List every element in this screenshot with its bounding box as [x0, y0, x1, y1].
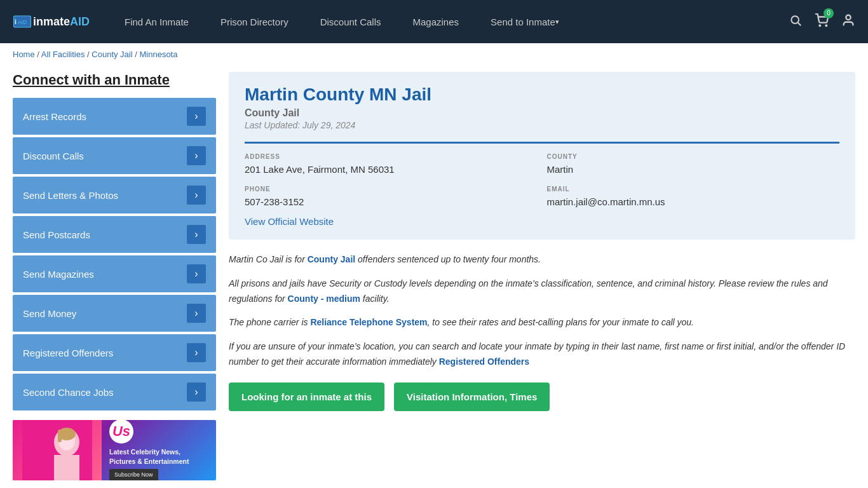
sidebar-discount-label: Discount Calls [23, 151, 84, 161]
header-icons: 0 [789, 13, 855, 30]
ad-headline: Latest Celebrity News, Pictures & Entert… [109, 447, 208, 466]
sidebar-second-chance-label: Second Chance Jobs [23, 387, 114, 398]
facility-info-grid: ADDRESS 201 Lake Ave, Fairmont, MN 56031… [245, 142, 839, 208]
facility-description: Martin Co Jail is for County Jail offend… [229, 252, 855, 370]
site-logo[interactable]: i AID inmateAID [13, 15, 90, 29]
sidebar-arrow-2: › [187, 186, 206, 205]
svg-rect-10 [54, 455, 79, 480]
sidebar-letters-label: Send Letters & Photos [23, 190, 118, 201]
info-email: EMAIL martin.jail@co.martin.mn.us [547, 186, 840, 208]
logo-aid-text: AID [70, 15, 90, 29]
desc-p2-after: facility. [360, 294, 390, 304]
ad-text-area: Us Latest Celebrity News, Pictures & Ent… [102, 420, 216, 480]
bottom-buttons: Looking for an inmate at this Visitation… [229, 383, 855, 411]
desc-p1-before: Martin Co Jail is for [229, 254, 308, 264]
svg-rect-13 [58, 430, 62, 442]
svg-line-4 [798, 22, 801, 25]
sidebar: Connect with an Inmate Arrest Records › … [13, 72, 216, 480]
sidebar-item-arrest-records[interactable]: Arrest Records › [13, 98, 216, 135]
address-value: 201 Lake Ave, Fairmont, MN 56031 [245, 163, 538, 176]
info-county: COUNTY Martin [547, 153, 840, 176]
sidebar-item-send-postcards[interactable]: Send Postcards › [13, 216, 216, 253]
sidebar-arrow-4: › [187, 264, 206, 283]
cart-icon[interactable]: 0 [815, 13, 829, 30]
breadcrumb-minnesota[interactable]: Minnesota [139, 50, 177, 59]
nav-find-inmate[interactable]: Find An Inmate [109, 0, 205, 43]
sidebar-arrow-0: › [187, 107, 206, 126]
ad-us-logo: Us [109, 420, 133, 444]
nav-magazines[interactable]: Magazines [397, 0, 475, 43]
desc-p4: If you are unsure of your inmate’s locat… [229, 339, 855, 370]
view-website-link[interactable]: View Official Website [245, 216, 334, 227]
ad-image [13, 420, 102, 480]
main-nav: Find An Inmate Prison Directory Discount… [109, 0, 789, 43]
sidebar-offenders-label: Registered Offenders [23, 348, 113, 358]
sidebar-postcards-label: Send Postcards [23, 229, 90, 240]
email-value: martin.jail@co.martin.mn.us [547, 195, 840, 208]
sidebar-money-label: Send Money [23, 308, 76, 319]
desc-p3-before: The phone carrier is [229, 317, 310, 327]
facility-name: Martin County MN Jail [245, 85, 839, 105]
svg-text:AID: AID [18, 20, 27, 25]
desc-p1: Martin Co Jail is for County Jail offend… [229, 252, 855, 268]
phone-label: PHONE [245, 186, 538, 193]
sidebar-arrow-3: › [187, 225, 206, 244]
facility-last-updated: Last Updated: July 29, 2024 [245, 120, 839, 130]
nav-discount-calls[interactable]: Discount Calls [304, 0, 397, 43]
main-content: Connect with an Inmate Arrest Records › … [0, 65, 868, 487]
sidebar-menu: Arrest Records › Discount Calls › Send L… [13, 98, 216, 410]
sidebar-item-send-letters[interactable]: Send Letters & Photos › [13, 177, 216, 214]
svg-point-7 [846, 15, 850, 19]
nav-send-to-inmate[interactable]: Send to Inmate [475, 0, 575, 43]
address-label: ADDRESS [245, 153, 538, 160]
facility-type: County Jail [245, 107, 839, 119]
ad-subscribe-btn[interactable]: Subscribe Now [109, 469, 158, 480]
reliance-link[interactable]: Reliance Telephone System [310, 317, 427, 327]
ad-banner[interactable]: Us Latest Celebrity News, Pictures & Ent… [13, 420, 216, 480]
breadcrumb-county-jail[interactable]: County Jail [92, 50, 132, 59]
breadcrumb: Home / All Facilities / County Jail / Mi… [0, 43, 868, 65]
sidebar-arrow-7: › [187, 383, 206, 402]
desc-p4-text: If you are unsure of your inmate’s locat… [229, 341, 845, 367]
sidebar-item-discount-calls[interactable]: Discount Calls › [13, 137, 216, 174]
svg-point-3 [791, 16, 799, 24]
county-jail-link[interactable]: County Jail [308, 254, 355, 264]
sidebar-arrow-6: › [187, 343, 206, 362]
desc-p3: The phone carrier is Reliance Telephone … [229, 315, 855, 330]
breadcrumb-home[interactable]: Home [13, 50, 35, 59]
info-address: ADDRESS 201 Lake Ave, Fairmont, MN 56031 [245, 153, 538, 176]
facility-card: Martin County MN Jail County Jail Last U… [229, 72, 855, 240]
sidebar-item-send-money[interactable]: Send Money › [13, 295, 216, 332]
registered-offenders-link[interactable]: Registered Offenders [439, 356, 529, 367]
sidebar-magazines-label: Send Magazines [23, 269, 94, 280]
sidebar-item-send-magazines[interactable]: Send Magazines › [13, 255, 216, 292]
county-label: COUNTY [547, 153, 840, 160]
phone-value: 507-238-3152 [245, 195, 538, 208]
logo-inmate-text: inmate [33, 15, 70, 29]
visitation-button[interactable]: Visitation Information, Times [394, 383, 550, 411]
svg-text:i: i [15, 18, 17, 25]
info-phone: PHONE 507-238-3152 [245, 186, 538, 208]
county-value: Martin [547, 163, 840, 176]
sidebar-item-second-chance[interactable]: Second Chance Jobs › [13, 374, 216, 410]
desc-p3-after: , to see their rates and best-calling pl… [428, 317, 694, 327]
svg-point-6 [825, 25, 827, 26]
looking-button[interactable]: Looking for an inmate at this [229, 383, 384, 411]
sidebar-item-registered-offenders[interactable]: Registered Offenders › [13, 334, 216, 371]
sidebar-arrow-5: › [187, 304, 206, 323]
user-icon[interactable] [841, 13, 855, 30]
content-area: Martin County MN Jail County Jail Last U… [229, 72, 855, 480]
svg-point-5 [819, 25, 820, 26]
county-medium-link[interactable]: County - medium [288, 294, 360, 304]
sidebar-title: Connect with an Inmate [13, 72, 216, 88]
breadcrumb-all-facilities[interactable]: All Facilities [41, 50, 85, 59]
cart-badge: 0 [824, 8, 834, 18]
desc-p2: All prisons and jails have Security or C… [229, 276, 855, 307]
email-label: EMAIL [547, 186, 840, 193]
sidebar-arrow-1: › [187, 146, 206, 165]
desc-p1-after: offenders sentenced up to twenty four mo… [355, 254, 541, 264]
search-icon[interactable] [789, 14, 802, 30]
nav-prison-directory[interactable]: Prison Directory [205, 0, 304, 43]
sidebar-arrest-label: Arrest Records [23, 111, 86, 122]
site-header: i AID inmateAID Find An Inmate Prison Di… [0, 0, 868, 43]
